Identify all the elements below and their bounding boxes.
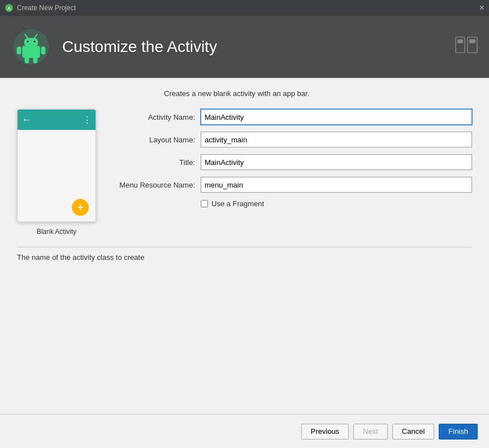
title-bar-left: A Create New Project <box>5 3 76 12</box>
menu-resource-label: Menu Resource Name: <box>119 181 201 189</box>
main-content: Creates a new blank activity with an app… <box>0 78 489 414</box>
page-title: Customize the Activity <box>62 38 217 56</box>
layout-name-input[interactable] <box>201 132 472 147</box>
svg-rect-4 <box>24 38 38 47</box>
cancel-button[interactable]: Cancel <box>392 424 434 440</box>
title-input[interactable] <box>201 154 472 170</box>
svg-rect-9 <box>17 46 21 54</box>
phone-body: + <box>18 130 96 222</box>
next-button[interactable]: Next <box>353 424 388 440</box>
close-button[interactable]: × <box>479 3 484 12</box>
svg-point-6 <box>33 41 36 43</box>
svg-rect-10 <box>41 46 46 54</box>
layout-name-label: Layout Name: <box>119 136 201 144</box>
menu-resource-row: Menu Resource Name: <box>119 177 472 193</box>
back-arrow-icon: ← <box>22 115 31 125</box>
svg-rect-11 <box>25 56 29 63</box>
title-row: Title: <box>119 154 472 170</box>
layout-name-row: Layout Name: <box>119 132 472 147</box>
finish-button[interactable]: Finish <box>439 424 478 440</box>
title-bar-text: Create New Project <box>17 4 76 12</box>
form-area: Activity Name: Layout Name: Title: Menu … <box>119 109 472 236</box>
activity-name-label: Activity Name: <box>119 113 201 121</box>
menu-resource-input[interactable] <box>201 177 472 193</box>
title-bar: A Create New Project × <box>0 0 489 16</box>
phone-screen: ← ⋮ + <box>17 109 96 222</box>
header-banner: Customize the Activity <box>0 16 489 78</box>
svg-text:A: A <box>7 6 11 11</box>
use-fragment-checkbox[interactable] <box>201 200 208 207</box>
menu-dots-icon: ⋮ <box>83 115 91 125</box>
svg-rect-14 <box>457 40 463 44</box>
content-row: ← ⋮ + Blank Activity Activity Name: Layo… <box>17 109 472 236</box>
phone-label: Blank Activity <box>37 228 77 236</box>
svg-point-5 <box>27 41 29 43</box>
activity-name-input[interactable] <box>201 109 472 125</box>
footer: Previous Next Cancel Finish <box>0 414 489 448</box>
phone-app-bar: ← ⋮ <box>18 110 96 130</box>
svg-rect-12 <box>33 56 38 63</box>
fab-button: + <box>72 199 89 216</box>
phone-mockup: ← ⋮ + Blank Activity <box>17 109 96 236</box>
activity-name-row: Activity Name: <box>119 109 472 125</box>
hint-text: The name of the activity class to create <box>17 253 472 262</box>
layout-icon <box>455 37 478 58</box>
use-fragment-row: Use a Fragment <box>201 199 472 208</box>
android-logo <box>11 27 51 67</box>
svg-rect-16 <box>469 40 475 44</box>
app-icon: A <box>5 3 14 12</box>
svg-rect-3 <box>22 46 40 58</box>
separator <box>17 247 472 247</box>
description-text: Creates a new blank activity with an app… <box>164 89 472 98</box>
title-label: Title: <box>119 158 201 167</box>
use-fragment-label[interactable]: Use a Fragment <box>211 199 264 208</box>
previous-button[interactable]: Previous <box>301 424 349 440</box>
